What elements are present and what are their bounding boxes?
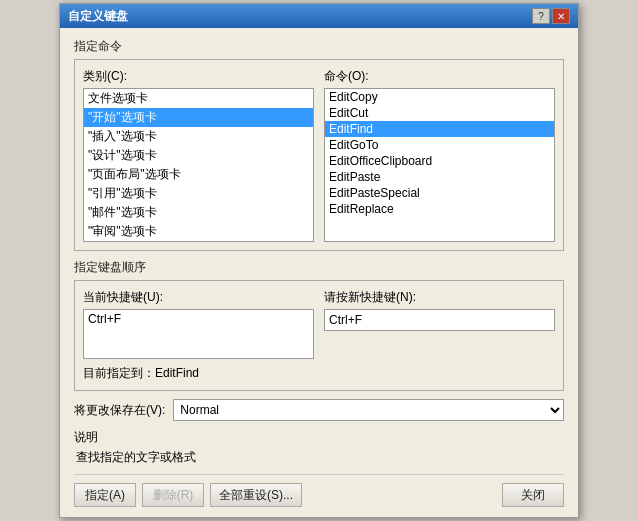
save-row: 将更改保存在(V): Normal (74, 399, 564, 421)
command-list-item[interactable]: EditGoTo (325, 137, 554, 153)
current-shortcut-column: 当前快捷键(U): Ctrl+F (83, 289, 314, 359)
keyboard-columns: 当前快捷键(U): Ctrl+F 请按新快捷键(N): (83, 289, 555, 359)
category-list-item[interactable]: "引用"选项卡 (84, 184, 313, 203)
close-title-button[interactable]: ✕ (552, 8, 570, 24)
command-list-item[interactable]: EditCopy (325, 89, 554, 105)
specify-command-label: 指定命令 (74, 38, 564, 55)
command-listbox[interactable]: EditCopyEditCutEditFindEditGoToEditOffic… (324, 88, 555, 242)
new-shortcut-column: 请按新快捷键(N): (324, 289, 555, 359)
category-column: 类别(C): 文件选项卡"开始"选项卡"插入"选项卡"设计"选项卡"页面布局"选… (83, 68, 314, 242)
close-button[interactable]: 关闭 (502, 483, 564, 507)
description-text: 查找指定的文字或格式 (74, 449, 564, 466)
keyboard-section: 当前快捷键(U): Ctrl+F 请按新快捷键(N): 目前指定到：EditFi… (74, 280, 564, 391)
command-label: 命令(O): (324, 68, 555, 85)
save-label: 将更改保存在(V): (74, 402, 165, 419)
specify-command-section: 类别(C): 文件选项卡"开始"选项卡"插入"选项卡"设计"选项卡"页面布局"选… (74, 59, 564, 251)
command-columns: 类别(C): 文件选项卡"开始"选项卡"插入"选项卡"设计"选项卡"页面布局"选… (83, 68, 555, 242)
customize-keyboard-dialog: 自定义键盘 ? ✕ 指定命令 类别(C): 文件选项卡"开始"选项卡"插入"选项… (59, 3, 579, 518)
current-shortcut-label: 当前快捷键(U): (83, 289, 314, 306)
category-list-item[interactable]: "页面布局"选项卡 (84, 165, 313, 184)
assign-button[interactable]: 指定(A) (74, 483, 136, 507)
new-shortcut-label: 请按新快捷键(N): (324, 289, 555, 306)
command-list-item[interactable]: EditPaste (325, 169, 554, 185)
category-list-item[interactable]: "插入"选项卡 (84, 127, 313, 146)
dialog-title: 自定义键盘 (68, 8, 128, 25)
left-buttons: 指定(A) 删除(R) 全部重设(S)... (74, 483, 302, 507)
help-button[interactable]: ? (532, 8, 550, 24)
command-column: 命令(O): EditCopyEditCutEditFindEditGoToEd… (324, 68, 555, 242)
new-shortcut-input[interactable] (324, 309, 555, 331)
description-label: 说明 (74, 429, 564, 446)
delete-button[interactable]: 删除(R) (142, 483, 204, 507)
assigned-to-value: EditFind (155, 366, 199, 380)
title-bar: 自定义键盘 ? ✕ (60, 4, 578, 28)
command-list-item[interactable]: EditFind (325, 121, 554, 137)
description-section: 说明 查找指定的文字或格式 (74, 429, 564, 466)
dialog-body: 指定命令 类别(C): 文件选项卡"开始"选项卡"插入"选项卡"设计"选项卡"页… (60, 28, 578, 517)
command-list-item[interactable]: EditCut (325, 105, 554, 121)
save-select[interactable]: Normal (173, 399, 564, 421)
command-list-item[interactable]: EditOfficeClipboard (325, 153, 554, 169)
title-bar-controls: ? ✕ (532, 8, 570, 24)
reset-all-button[interactable]: 全部重设(S)... (210, 483, 302, 507)
current-shortcut-listbox[interactable]: Ctrl+F (83, 309, 314, 359)
category-label: 类别(C): (83, 68, 314, 85)
keyboard-order-label: 指定键盘顺序 (74, 259, 564, 276)
assigned-to-row: 目前指定到：EditFind (83, 365, 555, 382)
command-list-item[interactable]: EditPasteSpecial (325, 185, 554, 201)
current-shortcut-item: Ctrl+F (84, 310, 313, 328)
category-list-item[interactable]: "设计"选项卡 (84, 146, 313, 165)
category-list-item[interactable]: "审阅"选项卡 (84, 222, 313, 241)
category-list-item[interactable]: "邮件"选项卡 (84, 203, 313, 222)
category-list-item[interactable]: "开始"选项卡 (84, 108, 313, 127)
category-listbox[interactable]: 文件选项卡"开始"选项卡"插入"选项卡"设计"选项卡"页面布局"选项卡"引用"选… (83, 88, 314, 242)
button-row: 指定(A) 删除(R) 全部重设(S)... 关闭 (74, 474, 564, 507)
command-list-item[interactable]: EditReplace (325, 201, 554, 217)
category-list-item[interactable]: 文件选项卡 (84, 89, 313, 108)
assigned-prefix: 目前指定到： (83, 366, 155, 380)
